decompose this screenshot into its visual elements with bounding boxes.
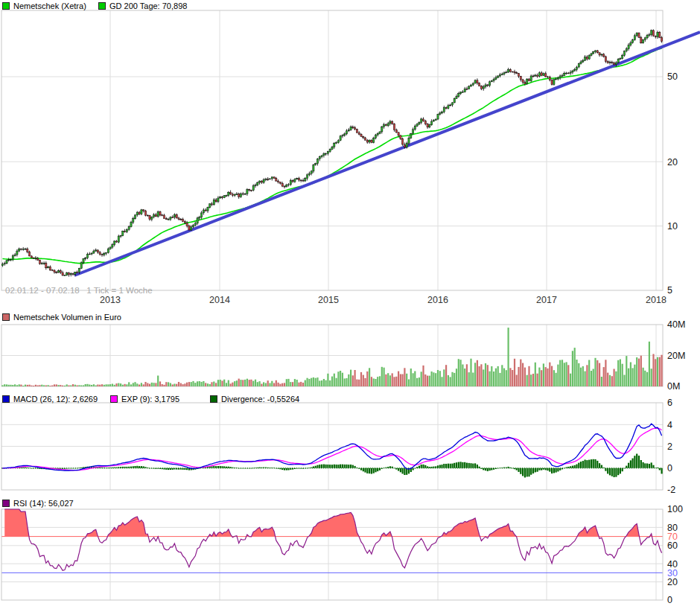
svg-text:2018: 2018 — [646, 295, 666, 305]
macd-legend-macd: MACD (26, 12): 2,6269 — [2, 394, 98, 404]
date-range-note: 02.01.12 - 07.02.18 1 Tick = 1 Woche — [5, 286, 153, 295]
divergence-swatch — [210, 395, 217, 403]
volume-label: Nemetschek Volumen in Euro — [13, 313, 121, 322]
svg-text:100: 100 — [667, 504, 683, 514]
rsi-swatch — [2, 500, 10, 507]
price-series-label: Nemetschek (Xetra) — [13, 1, 86, 10]
candles-layer — [1, 30, 662, 277]
volume-swatch — [2, 313, 10, 321]
rsi-label: RSI (14): 56,027 — [13, 499, 74, 508]
price-legend-gd200: GD 200 Tage: 70,898 — [98, 1, 187, 10]
macd-panel — [1, 424, 663, 477]
volume-bars-layer — [1, 328, 662, 386]
exp-swatch — [110, 395, 118, 403]
rsi-panel — [4, 509, 661, 570]
svg-text:60: 60 — [667, 540, 678, 551]
svg-text:-2: -2 — [667, 485, 675, 495]
grid-layer — [1, 10, 663, 600]
svg-text:20: 20 — [667, 577, 678, 587]
svg-text:2016: 2016 — [427, 295, 448, 305]
svg-text:2015: 2015 — [318, 295, 339, 305]
price-panel — [1, 30, 700, 277]
svg-text:40M: 40M — [667, 319, 685, 330]
macd-legend-divergence: Divergence: -0,55264 — [210, 394, 299, 404]
gd200-line — [2, 48, 661, 264]
svg-text:2013: 2013 — [100, 295, 121, 305]
gd200-swatch — [98, 2, 106, 10]
price-legend-symbol: Nemetschek (Xetra) — [2, 1, 86, 10]
exp-line — [2, 428, 661, 470]
svg-text:20: 20 — [667, 157, 678, 168]
rsi-legend: RSI (14): 56,027 — [2, 498, 74, 508]
chart-canvas: 502010540M20M0M6420-21008070604030200201… — [0, 0, 700, 606]
divergence-label: Divergence: -0,55264 — [221, 395, 299, 404]
svg-text:0: 0 — [667, 463, 672, 473]
macd-swatch — [2, 395, 10, 403]
volume-legend: Nemetschek Volumen in Euro — [2, 312, 121, 322]
svg-text:2: 2 — [667, 441, 672, 452]
svg-text:0: 0 — [667, 595, 672, 605]
svg-text:5: 5 — [667, 285, 672, 296]
gd200-label: GD 200 Tage: 70,898 — [109, 1, 187, 10]
exp-label: EXP (9): 3,1795 — [121, 395, 179, 404]
svg-text:20M: 20M — [667, 351, 685, 361]
svg-text:50: 50 — [667, 71, 678, 82]
svg-text:0M: 0M — [667, 381, 680, 392]
svg-text:2014: 2014 — [209, 295, 230, 305]
trend-line — [74, 32, 700, 275]
svg-text:4: 4 — [667, 420, 672, 430]
svg-text:10: 10 — [667, 221, 678, 232]
svg-text:6: 6 — [667, 398, 672, 408]
price-series-swatch — [2, 2, 10, 10]
macd-label: MACD (26, 12): 2,6269 — [13, 395, 98, 404]
svg-text:2017: 2017 — [536, 295, 557, 305]
rsi-overbought-fill — [4, 509, 661, 570]
macd-legend-exp: EXP (9): 3,1795 — [110, 394, 179, 404]
stock-chart-root: 502010540M20M0M6420-21008070604030200201… — [0, 0, 700, 606]
